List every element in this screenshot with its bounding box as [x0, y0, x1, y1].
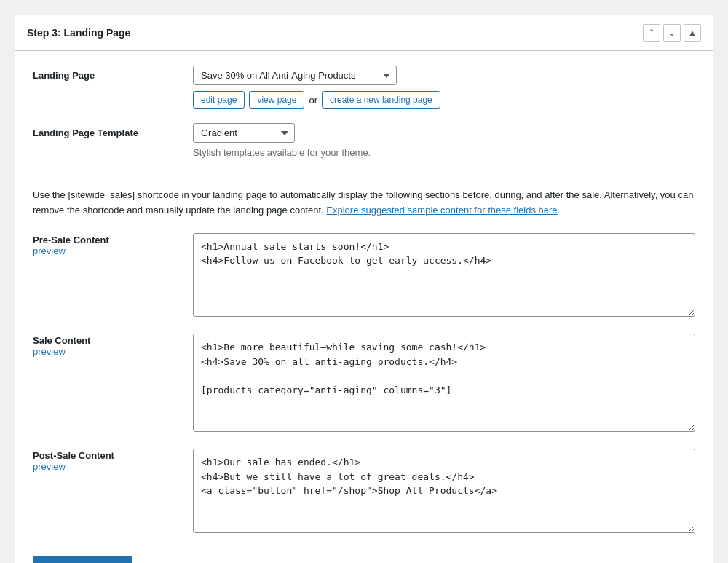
panel-collapse-button[interactable]: ▲	[684, 24, 701, 42]
sale-content-field	[193, 334, 695, 434]
panel-title: Step 3: Landing Page	[27, 27, 130, 39]
pre-sale-label-title: Pre-Sale Content	[33, 235, 193, 245]
edit-page-button[interactable]: edit page	[193, 91, 245, 109]
sale-preview-link[interactable]: preview	[33, 346, 66, 357]
panel-header: Step 3: Landing Page ⌃ ⌄ ▲	[15, 15, 713, 51]
page-actions: edit page view page or create a new land…	[193, 91, 695, 109]
landing-page-panel: Step 3: Landing Page ⌃ ⌄ ▲ Landing Page …	[15, 15, 713, 563]
panel-up-button[interactable]: ⌃	[643, 24, 660, 42]
post-sale-preview-link-container: preview	[33, 461, 193, 472]
template-description: Stylish templates available for your the…	[193, 147, 695, 158]
pre-sale-preview-link-container: preview	[33, 245, 193, 256]
pre-sale-content-field	[193, 233, 695, 320]
shortcode-info: Use the [sitewide_sales] shortcode in yo…	[33, 188, 695, 218]
post-sale-preview-link[interactable]: preview	[33, 461, 66, 472]
post-sale-label-title: Post-Sale Content	[33, 450, 193, 461]
view-page-button[interactable]: view page	[249, 91, 304, 109]
create-new-landing-page-button[interactable]: create a new landing page	[322, 91, 440, 109]
pre-sale-content-textarea[interactable]	[193, 233, 695, 318]
sale-content-textarea[interactable]	[193, 334, 695, 432]
post-sale-content-section: Post-Sale Content preview	[33, 449, 695, 535]
landing-page-template-row: Landing Page Template Gradient Default M…	[33, 123, 695, 158]
panel-down-button[interactable]: ⌄	[663, 24, 681, 42]
sale-preview-link-container: preview	[33, 346, 193, 357]
panel-controls: ⌃ ⌄ ▲	[643, 24, 701, 42]
template-label: Landing Page Template	[33, 123, 193, 138]
divider	[33, 173, 695, 173]
landing-page-row: Landing Page Save 30% on All Anti-Aging …	[33, 66, 695, 109]
sale-label-container: Sale Content preview	[33, 334, 193, 357]
panel-body: Landing Page Save 30% on All Anti-Aging …	[15, 51, 713, 563]
template-dropdown[interactable]: Gradient Default Minimal Bold	[193, 123, 295, 143]
pre-sale-preview-link[interactable]: preview	[33, 245, 66, 256]
template-field: Gradient Default Minimal Bold Stylish te…	[193, 123, 695, 158]
landing-page-field: Save 30% on All Anti-Aging Products edit…	[193, 66, 695, 109]
save-button-container: Save All Settings	[33, 550, 695, 563]
pre-sale-content-section: Pre-Sale Content preview	[33, 233, 695, 320]
pre-sale-label-container: Pre-Sale Content preview	[33, 233, 193, 256]
sale-label-title: Sale Content	[33, 335, 193, 346]
explore-sample-content-link[interactable]: Explore suggested sample content for the…	[326, 205, 557, 216]
or-text: or	[309, 95, 317, 106]
landing-page-label: Landing Page	[33, 66, 193, 81]
post-sale-content-textarea[interactable]	[193, 449, 695, 533]
post-sale-content-field	[193, 449, 695, 535]
save-all-settings-button[interactable]: Save All Settings	[33, 556, 132, 563]
sale-content-section: Sale Content preview	[33, 334, 695, 434]
landing-page-dropdown[interactable]: Save 30% on All Anti-Aging Products	[193, 66, 397, 85]
post-sale-label-container: Post-Sale Content preview	[33, 449, 193, 472]
